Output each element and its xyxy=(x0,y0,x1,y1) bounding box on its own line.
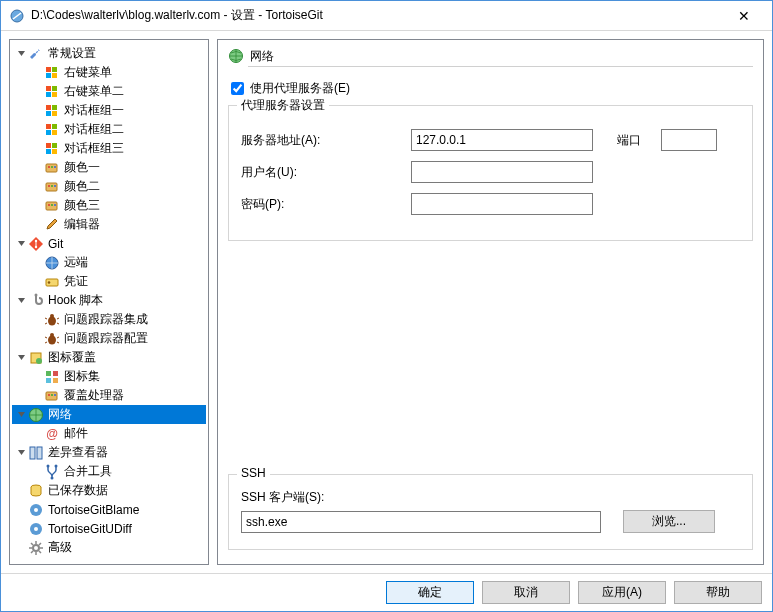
tree-item-label: 对话框组一 xyxy=(64,102,124,119)
tree-item-18[interactable]: 覆盖处理器 xyxy=(12,386,206,405)
svg-point-50 xyxy=(48,394,50,396)
content-area: 常规设置右键菜单右键菜单二对话框组一对话框组二对话框组三颜色一颜色二颜色三编辑器… xyxy=(1,31,772,573)
expand-icon[interactable] xyxy=(14,49,28,58)
tree-item-label: 问题跟踪器配置 xyxy=(64,330,148,347)
iconset-icon xyxy=(44,369,60,385)
expand-icon[interactable] xyxy=(14,353,28,362)
browse-button[interactable]: 浏览... xyxy=(623,510,715,533)
close-button[interactable]: ✕ xyxy=(724,1,764,30)
tree-item-label: 图标集 xyxy=(64,368,100,385)
svg-rect-45 xyxy=(46,371,51,376)
tree-item-10[interactable]: Git xyxy=(12,234,206,253)
svg-rect-19 xyxy=(46,149,51,154)
tree-item-label: 已保存数据 xyxy=(48,482,108,499)
expand-icon[interactable] xyxy=(14,239,28,248)
tree-item-1[interactable]: 右键菜单 xyxy=(12,63,206,82)
tree-item-22[interactable]: 合并工具 xyxy=(12,462,206,481)
svg-point-52 xyxy=(54,394,56,396)
tree-item-19[interactable]: 网络 xyxy=(12,405,206,424)
tree-item-label: 编辑器 xyxy=(64,216,100,233)
ssh-group-legend: SSH xyxy=(237,466,270,480)
wrench-icon xyxy=(28,46,44,62)
proxy-settings-group: 代理服务器设置 服务器地址(A): 端口 用户名(U): 密码(P): xyxy=(228,105,753,241)
svg-point-59 xyxy=(51,476,54,479)
expand-icon[interactable] xyxy=(14,296,28,305)
tree-item-13[interactable]: Hook 脚本 xyxy=(12,291,206,310)
password-label: 密码(P): xyxy=(241,196,411,213)
svg-rect-49 xyxy=(46,392,57,400)
mail-icon: @ xyxy=(44,426,60,442)
tree-item-0[interactable]: 常规设置 xyxy=(12,44,206,63)
apply-button[interactable]: 应用(A) xyxy=(578,581,666,604)
settings-tree[interactable]: 常规设置右键菜单右键菜单二对话框组一对话框组二对话框组三颜色一颜色二颜色三编辑器… xyxy=(9,39,209,565)
svg-rect-13 xyxy=(46,124,51,129)
svg-point-40 xyxy=(50,314,54,318)
svg-rect-2 xyxy=(52,67,57,72)
port-input[interactable] xyxy=(661,129,717,151)
svg-rect-5 xyxy=(46,86,51,91)
cancel-button[interactable]: 取消 xyxy=(482,581,570,604)
use-proxy-checkbox[interactable]: 使用代理服务器(E) xyxy=(231,80,753,97)
tree-item-label: Git xyxy=(48,237,63,251)
dialog-buttons: 确定 取消 应用(A) 帮助 xyxy=(1,573,772,611)
tree-item-6[interactable]: 颜色一 xyxy=(12,158,206,177)
svg-rect-47 xyxy=(46,378,51,383)
expand-icon[interactable] xyxy=(14,410,28,419)
expand-icon[interactable] xyxy=(14,448,28,457)
tree-item-16[interactable]: 图标覆盖 xyxy=(12,348,206,367)
tree-item-9[interactable]: 编辑器 xyxy=(12,215,206,234)
titlebar: D:\Codes\walterlv\blog.walterlv.com - 设置… xyxy=(1,1,772,31)
server-address-input[interactable] xyxy=(411,129,593,151)
password-input[interactable] xyxy=(411,193,593,215)
svg-point-37 xyxy=(48,281,51,284)
proxy-group-legend: 代理服务器设置 xyxy=(237,97,329,114)
svg-rect-20 xyxy=(52,149,57,154)
tree-item-12[interactable]: 凭证 xyxy=(12,272,206,291)
net-icon xyxy=(28,407,44,423)
tree-item-15[interactable]: 问题跟踪器配置 xyxy=(12,329,206,348)
svg-rect-16 xyxy=(52,130,57,135)
tree-item-label: 差异查看器 xyxy=(48,444,108,461)
tree-item-3[interactable]: 对话框组一 xyxy=(12,101,206,120)
tree-item-21[interactable]: 差异查看器 xyxy=(12,443,206,462)
svg-rect-15 xyxy=(46,130,51,135)
tree-item-23[interactable]: 已保存数据 xyxy=(12,481,206,500)
tree-item-label: 问题跟踪器集成 xyxy=(64,311,148,328)
tree-item-17[interactable]: 图标集 xyxy=(12,367,206,386)
svg-rect-6 xyxy=(52,86,57,91)
tree-item-5[interactable]: 对话框组三 xyxy=(12,139,206,158)
tree-item-25[interactable]: TortoiseGitUDiff xyxy=(12,519,206,538)
tree-item-2[interactable]: 右键菜单二 xyxy=(12,82,206,101)
tree-item-24[interactable]: TortoiseGitBlame xyxy=(12,500,206,519)
username-input[interactable] xyxy=(411,161,593,183)
network-icon xyxy=(228,48,244,64)
db-icon xyxy=(28,483,44,499)
winflag-icon xyxy=(44,65,60,81)
ok-button[interactable]: 确定 xyxy=(386,581,474,604)
tree-item-label: 图标覆盖 xyxy=(48,349,96,366)
use-proxy-input[interactable] xyxy=(231,82,244,95)
tree-item-14[interactable]: 问题跟踪器集成 xyxy=(12,310,206,329)
tree-item-20[interactable]: @邮件 xyxy=(12,424,206,443)
svg-point-31 xyxy=(51,204,53,206)
tree-item-label: 远端 xyxy=(64,254,88,271)
svg-text:@: @ xyxy=(46,427,58,441)
palette-icon xyxy=(44,179,60,195)
winflag-icon xyxy=(44,84,60,100)
svg-rect-3 xyxy=(46,73,51,78)
help-button[interactable]: 帮助 xyxy=(674,581,762,604)
tree-item-26[interactable]: 高级 xyxy=(12,538,206,557)
tgit-icon xyxy=(28,502,44,518)
tree-item-label: 合并工具 xyxy=(64,463,112,480)
tree-item-7[interactable]: 颜色二 xyxy=(12,177,206,196)
ssh-client-input[interactable] xyxy=(241,511,601,533)
tree-item-4[interactable]: 对话框组二 xyxy=(12,120,206,139)
tree-item-11[interactable]: 远端 xyxy=(12,253,206,272)
winflag-icon xyxy=(44,141,60,157)
pencil-icon xyxy=(44,217,60,233)
svg-rect-11 xyxy=(46,111,51,116)
tree-item-label: 高级 xyxy=(48,539,72,556)
tree-item-8[interactable]: 颜色三 xyxy=(12,196,206,215)
winflag-icon xyxy=(44,103,60,119)
tgit-icon xyxy=(28,521,44,537)
